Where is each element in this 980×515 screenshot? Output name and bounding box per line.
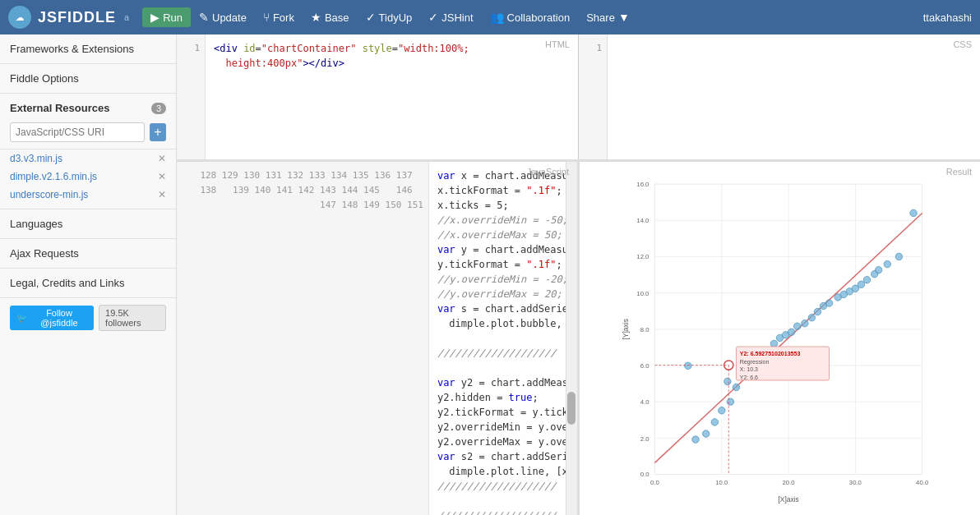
svg-text:4.0: 4.0 <box>640 398 649 406</box>
svg-text:[Y]axis: [Y]axis <box>622 319 630 339</box>
remove-dimple-button[interactable]: ✕ <box>158 171 166 182</box>
svg-text:6.0: 6.0 <box>640 362 649 370</box>
js-scrollbar[interactable] <box>566 162 577 515</box>
svg-point-50 <box>802 320 808 326</box>
svg-point-36 <box>719 407 725 414</box>
js-scrollbar-thumb[interactable] <box>567 392 576 425</box>
js-code-area: 128 129 130 131 132 133 134 135 136 137 … <box>177 162 577 515</box>
html-code-text[interactable]: <div id="chartContainer" style="width:10… <box>206 34 478 159</box>
svg-point-60 <box>863 276 870 283</box>
svg-text:0.0: 0.0 <box>640 471 649 478</box>
ext-links-list: d3.v3.min.js ✕ dimple.v2.1.6.min.js ✕ un… <box>0 149 176 209</box>
ext-link-underscore[interactable]: underscore-min.js ✕ <box>0 186 176 204</box>
svg-point-37 <box>727 398 733 405</box>
result-pane: Result <box>580 162 980 515</box>
svg-point-65 <box>910 209 917 216</box>
svg-text:40.0: 40.0 <box>916 479 929 486</box>
follow-twitter-button[interactable]: 🐦 Follow @jsfiddle <box>10 306 94 330</box>
svg-point-64 <box>895 253 902 260</box>
svg-text:[X]axis: [X]axis <box>778 495 798 504</box>
top-navigation: ☁ JSFIDDLE a ▶ Run ✎ Update ⑂ Fork ★ Bas… <box>0 0 980 34</box>
twitter-icon: 🐦 <box>16 313 28 324</box>
svg-text:Y2: 6.6: Y2: 6.6 <box>740 375 758 380</box>
js-line-nums: 128 129 130 131 132 133 134 135 136 137 … <box>177 162 429 515</box>
run-button[interactable]: ▶ Run <box>142 7 191 27</box>
html-code: 1 <div id="chartContainer" style="width:… <box>177 34 578 159</box>
ext-input-row: + <box>0 119 176 149</box>
svg-text:X: 10.3: X: 10.3 <box>740 366 758 372</box>
top-panes: HTML 1 <div id="chartContainer" style="w… <box>177 34 980 162</box>
html-label: HTML <box>545 39 570 49</box>
svg-text:16.0: 16.0 <box>636 181 649 188</box>
css-pane[interactable]: CSS 1 <box>579 34 980 159</box>
logo-area: ☁ JSFIDDLE a <box>8 6 129 29</box>
twitter-section: 🐦 Follow @jsfiddle 19.5K followers <box>0 298 176 338</box>
collaboration-icon: 👥 <box>490 11 504 24</box>
svg-point-34 <box>702 430 709 437</box>
main-layout: Frameworks & Extensions Fiddle Options E… <box>0 34 980 515</box>
svg-point-62 <box>875 266 881 273</box>
ext-link-d3[interactable]: d3.v3.min.js ✕ <box>0 149 176 168</box>
external-resources-label: External Resources <box>10 102 109 114</box>
result-label: Result <box>946 167 972 177</box>
sidebar-item-ajax[interactable]: Ajax Requests <box>0 239 176 269</box>
css-code: 1 <box>579 34 980 159</box>
js-code-text[interactable]: var x = chart.addMeasureAxis("x", "X"); … <box>429 162 577 515</box>
svg-point-59 <box>858 281 864 287</box>
bottom-panes: JavaScript 128 129 130 131 132 133 134 1… <box>177 162 980 515</box>
collaboration-button[interactable]: 👥 Collaboration <box>482 7 579 27</box>
editor-result-area: HTML 1 <div id="chartContainer" style="w… <box>177 34 980 515</box>
svg-text:30.0: 30.0 <box>849 479 862 486</box>
logo-icon: ☁ <box>8 6 31 29</box>
ext-link-dimple[interactable]: dimple.v2.1.6.min.js ✕ <box>0 168 176 186</box>
html-line-nums: 1 <box>177 34 206 159</box>
base-button[interactable]: ★ Base <box>303 7 358 27</box>
css-line-nums: 1 <box>579 34 608 159</box>
fork-icon: ⑂ <box>263 11 270 24</box>
svg-text:0.0: 0.0 <box>650 479 659 486</box>
user-name: ttakahashi <box>923 11 972 24</box>
sidebar-item-legal[interactable]: Legal, Credits and Links <box>0 269 176 298</box>
jshint-button[interactable]: ✓ JSHint <box>420 7 481 27</box>
css-code-text[interactable] <box>608 34 624 159</box>
svg-point-48 <box>788 329 794 335</box>
update-icon: ✎ <box>199 11 209 24</box>
share-chevron-icon: ▼ <box>618 11 630 24</box>
update-button[interactable]: ✎ Update <box>191 7 255 27</box>
add-uri-button[interactable]: + <box>150 123 166 141</box>
tidyup-button[interactable]: ✓ TidyUp <box>358 7 421 27</box>
svg-text:12.0: 12.0 <box>636 253 649 260</box>
external-resources-header: External Resources 3 <box>0 94 176 119</box>
ext-badge: 3 <box>151 103 166 114</box>
js-pane[interactable]: JavaScript 128 129 130 131 132 133 134 1… <box>177 162 580 515</box>
jshint-icon: ✓ <box>428 11 438 24</box>
sidebar-item-languages[interactable]: Languages <box>0 209 176 239</box>
svg-point-51 <box>808 314 815 320</box>
svg-point-32 <box>685 362 691 369</box>
sidebar: Frameworks & Extensions Fiddle Options E… <box>0 34 177 515</box>
fork-button[interactable]: ⑂ Fork <box>255 7 303 27</box>
brand-sub: a <box>124 12 129 22</box>
css-label: CSS <box>953 39 972 49</box>
svg-point-63 <box>884 260 890 267</box>
js-label: JavaScript <box>527 167 569 177</box>
star-icon: ★ <box>311 11 321 24</box>
html-pane[interactable]: HTML 1 <div id="chartContainer" style="w… <box>177 34 579 159</box>
svg-point-35 <box>711 419 718 425</box>
svg-point-38 <box>724 378 731 384</box>
uri-input[interactable] <box>10 122 145 142</box>
sidebar-item-fiddle-options[interactable]: Fiddle Options <box>0 64 176 94</box>
svg-point-45 <box>770 340 777 347</box>
svg-text:14.0: 14.0 <box>636 217 649 224</box>
remove-underscore-button[interactable]: ✕ <box>158 189 166 200</box>
svg-text:2.0: 2.0 <box>640 435 649 443</box>
chart-svg: 0.0 2.0 4.0 6.0 8.0 10.0 12.0 14.0 16.0 … <box>580 178 980 515</box>
svg-point-52 <box>814 308 821 315</box>
brand-name: JSFIDDLE <box>38 9 116 26</box>
svg-text:10.0: 10.0 <box>715 479 728 486</box>
svg-text:Y2: 6.59275102013553: Y2: 6.59275102013553 <box>740 351 801 356</box>
sidebar-item-frameworks[interactable]: Frameworks & Extensions <box>0 34 176 64</box>
share-button[interactable]: Share ▼ <box>578 7 638 27</box>
run-icon: ▶ <box>150 11 159 24</box>
remove-d3-button[interactable]: ✕ <box>158 153 166 164</box>
